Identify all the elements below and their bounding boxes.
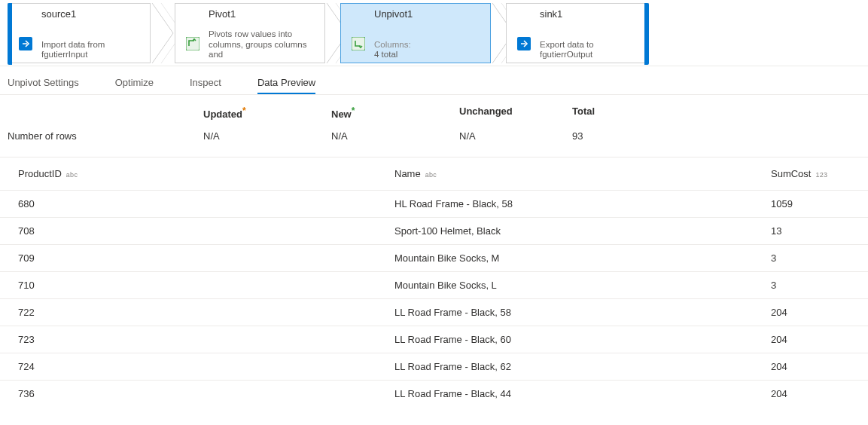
stats-head-unchanged: Unchanged: [459, 105, 572, 120]
table-row[interactable]: 724LL Road Frame - Black, 62204: [0, 353, 868, 380]
col-header-name[interactable]: Nameabc: [394, 168, 771, 179]
table-row[interactable]: 709Mountain Bike Socks, M3: [0, 244, 868, 271]
pipeline-node-sink1[interactable]: sink1 Export data to fgutierrOutput: [506, 3, 649, 63]
pivot-icon: [186, 37, 199, 50]
pipeline-node-pivot1[interactable]: Pivot1 Pivots row values into columns, g…: [175, 3, 325, 63]
cell-sumcost: 13: [771, 225, 868, 237]
node-title: source1: [41, 8, 76, 20]
svg-rect-2: [352, 37, 365, 50]
table-row[interactable]: 723LL Road Frame - Black, 60204: [0, 326, 868, 353]
sink-icon: [517, 37, 531, 50]
cell-productid: 680: [18, 198, 394, 209]
node-title: sink1: [540, 8, 562, 20]
cell-name: LL Road Frame - Black, 60: [394, 334, 771, 345]
cell-productid: 724: [18, 361, 394, 372]
row-stats: Updated* New* Unchanged Total Number of …: [0, 95, 868, 157]
col-header-sumcost[interactable]: SumCost123: [771, 168, 868, 179]
table-row[interactable]: 708Sport-100 Helmet, Black13: [0, 217, 868, 244]
cell-name: HL Road Frame - Black, 58: [394, 198, 771, 209]
cell-sumcost: 204: [771, 307, 868, 318]
stats-val-updated: N/A: [203, 130, 331, 142]
tab-inspect[interactable]: Inspect: [190, 77, 221, 94]
tab-optimize[interactable]: Optimize: [115, 77, 154, 94]
cell-name: Sport-100 Helmet, Black: [394, 225, 771, 237]
table-row[interactable]: 710Mountain Bike Socks, L3: [0, 271, 868, 298]
tab-data-preview[interactable]: Data Preview: [257, 77, 315, 94]
node-subtitle: Columns: 4 total: [374, 40, 484, 60]
stats-head-updated: Updated*: [203, 105, 331, 120]
pipeline-node-unpivot1[interactable]: Unpivot1 Columns: 4 total: [340, 3, 491, 63]
node-title: Pivot1: [209, 8, 236, 20]
node-subtitle: Import data from fgutierrInput: [41, 40, 144, 60]
pipeline-node-source1[interactable]: source1 Import data from fgutierrInput: [8, 3, 151, 63]
table-row[interactable]: 722LL Road Frame - Black, 58204: [0, 298, 868, 326]
node-subtitle: Export data to fgutierrOutput: [540, 40, 642, 60]
cell-name: Mountain Bike Socks, L: [394, 280, 771, 291]
cell-name: LL Road Frame - Black, 44: [394, 388, 771, 399]
table-row[interactable]: 736LL Road Frame - Black, 44204: [0, 380, 868, 407]
preview-grid: ProductIDabc Nameabc SumCost123 680HL Ro…: [0, 157, 868, 407]
stats-head-total: Total: [572, 105, 662, 120]
table-row[interactable]: 680HL Road Frame - Black, 581059: [0, 190, 868, 217]
cell-name: Mountain Bike Socks, M: [394, 252, 771, 264]
cell-sumcost: 204: [771, 361, 868, 372]
node-title: Unpivot1: [374, 8, 413, 20]
stats-head-new: New*: [331, 105, 459, 120]
cell-productid: 736: [18, 388, 394, 399]
svg-rect-1: [186, 37, 199, 50]
col-header-productid[interactable]: ProductIDabc: [18, 168, 394, 179]
cell-productid: 722: [18, 307, 394, 318]
cell-productid: 723: [18, 334, 394, 345]
node-subtitle: Pivots row values into columns, groups c…: [209, 29, 318, 60]
cell-productid: 709: [18, 252, 394, 264]
pipeline-canvas[interactable]: source1 Import data from fgutierrInput P…: [0, 0, 868, 66]
stats-val-new: N/A: [331, 130, 459, 142]
cell-sumcost: 1059: [771, 198, 868, 209]
cell-sumcost: 204: [771, 388, 868, 399]
stats-val-unchanged: N/A: [459, 130, 572, 142]
cell-productid: 708: [18, 225, 394, 237]
tab-unpivot-settings[interactable]: Unpivot Settings: [8, 77, 79, 94]
grid-header: ProductIDabc Nameabc SumCost123: [0, 157, 868, 190]
detail-tabs: Unpivot Settings Optimize Inspect Data P…: [0, 66, 868, 95]
cell-name: LL Road Frame - Black, 62: [394, 361, 771, 372]
cell-productid: 710: [18, 280, 394, 291]
cell-name: LL Road Frame - Black, 58: [394, 307, 771, 318]
stats-val-total: 93: [572, 130, 662, 142]
cell-sumcost: 3: [771, 280, 868, 291]
unpivot-icon: [352, 37, 365, 50]
stats-row-label: Number of rows: [8, 130, 203, 142]
cell-sumcost: 204: [771, 334, 868, 345]
source-icon: [19, 37, 32, 50]
cell-sumcost: 3: [771, 252, 868, 264]
